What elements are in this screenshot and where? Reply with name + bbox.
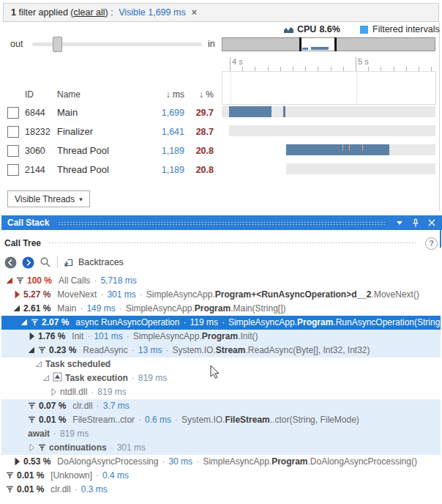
table-row[interactable]: 2144Thread Pool1,18920.8 — [0, 160, 220, 179]
call-tree-row[interactable]: 0.01 %[Unknown]·0.4 ms — [1, 469, 441, 483]
thread-checkbox[interactable] — [7, 107, 19, 119]
table-row[interactable]: 18232Finalizer1,64128.7 — [0, 122, 220, 141]
thread-activity-bar — [286, 144, 389, 155]
call-tree-row[interactable]: 0.07 %clr.dll·3.7 ms — [1, 399, 441, 413]
thread-checkbox[interactable] — [7, 145, 19, 157]
thread-activity-lane — [222, 125, 435, 136]
call-tree-row[interactable]: 0.23 %ReadAsync·13 ms·System.IO.Stream.R… — [1, 344, 441, 357]
node-name: Main — [57, 303, 76, 314]
node-signature: .ReadAsync(Byte[], Int32, Int32) — [245, 345, 370, 355]
column-header-ms[interactable]: ↓ ms — [157, 89, 184, 100]
separator-dot: · — [100, 289, 103, 300]
call-tree-toolbar: Backtraces — [4, 253, 124, 271]
search-icon[interactable] — [40, 256, 51, 268]
help-icon[interactable]: ? — [425, 237, 438, 250]
call-tree-row[interactable]: 2.07 %async RunAsyncOperation·119 ms·Sim… — [1, 316, 441, 330]
node-signature: SimpleAsyncApp. — [126, 303, 195, 314]
call-tree-row[interactable]: Task execution·819 ms — [1, 371, 441, 385]
node-time: 5,718 ms — [100, 275, 136, 286]
column-header-pct[interactable]: ↓ % — [189, 89, 214, 100]
pin-icon[interactable] — [410, 218, 422, 228]
node-time: 101 ms — [94, 331, 122, 341]
call-tree-row[interactable]: await·819 ms — [1, 427, 441, 441]
visible-threads-label: Visible Threads — [15, 194, 75, 204]
tree-expander-icon[interactable] — [13, 458, 20, 465]
node-percent: 2.07 % — [42, 317, 69, 327]
node-signature: FileStream — [225, 415, 269, 425]
thread-id: 2144 — [25, 160, 45, 179]
node-signature: ..ctor(String, FileMode) — [270, 415, 359, 425]
node-name: ntdll.dll — [60, 387, 87, 397]
node-name: Task execution — [65, 373, 128, 383]
back-button[interactable] — [4, 256, 17, 269]
tree-expander-icon[interactable] — [13, 305, 20, 312]
node-name: MoveNext — [57, 289, 97, 300]
filter-funnel-icon — [38, 346, 46, 354]
thread-ms: 1,189 — [143, 141, 184, 160]
call-tree-row[interactable]: 1.76 %Init·101 ms·SimpleAsyncApp.Program… — [1, 330, 441, 344]
colon: : — [108, 7, 116, 18]
node-percent: 2.61 % — [23, 303, 50, 314]
node-time: 0.3 ms — [81, 484, 108, 494]
thread-activity-bar — [283, 106, 285, 117]
thread-table-header: ID Name ↓ ms ↓ % — [0, 89, 220, 101]
tree-expander-icon[interactable] — [50, 388, 57, 396]
tree-expander-icon[interactable] — [20, 319, 28, 326]
call-tree-row[interactable]: continuations·301 ms — [1, 441, 441, 455]
visible-threads-button[interactable]: Visible Threads ▾ — [7, 190, 90, 207]
separator-dot: · — [196, 456, 199, 467]
call-tree-row[interactable]: 0.01 %FileStream..ctor·0.6 ms·System.IO.… — [1, 413, 441, 427]
tree-expander-icon[interactable] — [28, 346, 35, 354]
forward-button[interactable] — [22, 256, 34, 269]
call-tree-row[interactable]: ntdll.dll·819 ms — [1, 385, 441, 399]
panel-splitter[interactable] — [439, 22, 440, 211]
node-name: FileStream..ctor — [72, 415, 135, 425]
thread-activity-lane — [222, 144, 435, 155]
tree-expander-icon[interactable] — [28, 444, 35, 451]
thread-percent: 29.7 — [186, 103, 214, 122]
node-name: ReadAsync — [83, 345, 127, 355]
backtraces-label[interactable]: Backtraces — [78, 257, 124, 267]
column-header-name[interactable]: Name — [57, 89, 80, 100]
titlebar-grip-texture — [58, 221, 385, 225]
node-name: clr.dll — [72, 401, 92, 411]
zoom-in-label: in — [208, 39, 215, 49]
column-header-id[interactable]: ID — [25, 89, 34, 100]
tree-expander-icon[interactable] — [28, 333, 35, 340]
table-row[interactable]: 3060Thread Pool1,18920.8 — [0, 141, 220, 160]
close-icon[interactable] — [426, 218, 438, 228]
tree-expander-icon[interactable] — [35, 360, 42, 368]
zoom-slider-handle[interactable] — [53, 37, 62, 52]
separator-dot: · — [96, 470, 99, 481]
separator-dot: · — [222, 317, 225, 327]
remove-filter-icon[interactable]: × — [192, 7, 197, 18]
node-signature: Stream — [216, 345, 246, 355]
tree-expander-icon[interactable] — [6, 277, 13, 284]
tree-expander-icon[interactable] — [42, 374, 50, 382]
thread-checkbox[interactable] — [7, 164, 19, 176]
node-time: 0.4 ms — [102, 470, 129, 481]
call-stack-title: Call Stack — [7, 218, 49, 228]
clear-all-link[interactable]: clear all — [73, 7, 105, 18]
call-tree-row[interactable]: 100 %All Calls·5,718 ms — [1, 274, 441, 288]
call-tree-row[interactable]: 2.61 %Main·149 ms·SimpleAsyncApp.Program… — [1, 302, 441, 316]
tree-expander-icon[interactable] — [13, 291, 20, 298]
table-row[interactable]: 6844Main1,69929.7 — [0, 103, 220, 122]
window-menu-chevron-icon[interactable] — [394, 218, 405, 228]
backtraces-icon[interactable] — [64, 257, 74, 267]
call-stack-titlebar[interactable]: Call Stack — [1, 215, 442, 230]
thread-checkbox[interactable] — [7, 126, 19, 138]
call-tree-row[interactable]: 0.53 %DoAlongAsyncProcessing·30 ms·Simpl… — [1, 455, 441, 469]
call-tree-row[interactable]: Task scheduled — [1, 357, 441, 371]
node-signature: .Main(String[]) — [231, 303, 285, 314]
idle-bar — [286, 163, 435, 174]
separator-dot: · — [140, 289, 143, 300]
node-signature: SimpleAsyncApp. — [228, 317, 297, 327]
filter-funnel-icon — [6, 472, 14, 479]
call-tree-row[interactable]: 0.01 %clr.dll·0.3 ms — [1, 483, 441, 497]
thread-activity-lane — [222, 106, 435, 117]
node-signature: System.IO. — [172, 345, 215, 355]
thread-ms: 1,699 — [143, 103, 184, 122]
separator-dot: · — [119, 303, 122, 314]
call-tree-row[interactable]: 5.27 %MoveNext·301 ms·SimpleAsyncApp.Pro… — [1, 288, 441, 302]
